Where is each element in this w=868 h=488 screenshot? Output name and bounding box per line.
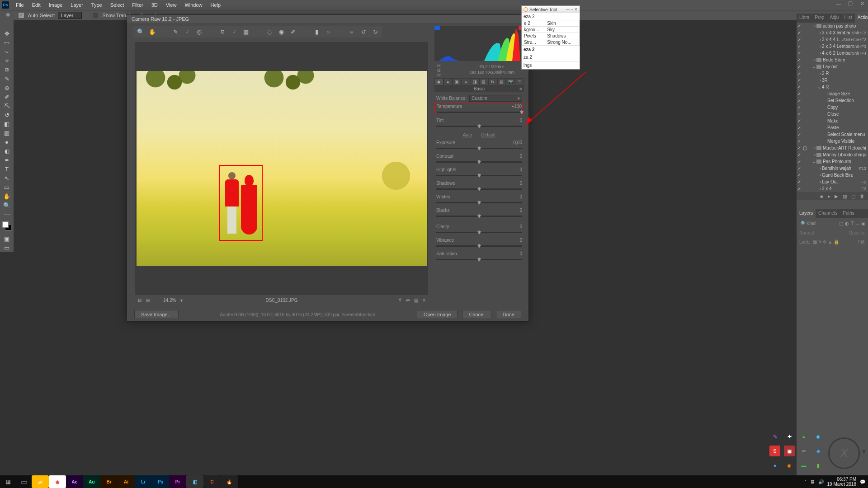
tab-snap[interactable]: ≣ [515, 78, 524, 85]
menu-window[interactable]: Window [180, 2, 206, 8]
actions-list[interactable]: ✓›action pas photo✓›3 x 4 3 lembarShft+F… [797, 23, 868, 192]
stamp-tool[interactable]: ⛏ [2, 101, 12, 110]
menu-select[interactable]: Select [106, 2, 128, 8]
gadget-3[interactable]: ▲ [798, 431, 809, 442]
action-item[interactable]: ✓⌄Lay out [797, 63, 868, 70]
workflow-link[interactable]: Adobe RGB (1998); 16 bit; 6016 by 4016 (… [220, 312, 375, 317]
acr-zoom-tool[interactable]: 🔍 [137, 28, 143, 35]
action-item[interactable]: ✓Make [797, 117, 868, 124]
acr-wb-tool[interactable]: ✎ [172, 28, 179, 35]
magic-wand-tool[interactable]: ✧ [2, 56, 12, 65]
type-tool[interactable]: T [2, 164, 12, 174]
edit-toolbar[interactable]: ⋯ [2, 210, 12, 219]
taskbar-app[interactable]: C [203, 475, 221, 488]
tab-channels[interactable]: Channels [816, 209, 840, 218]
acr-spot-removal[interactable]: ◌ [266, 28, 273, 35]
image-preview[interactable] [135, 42, 428, 295]
swap-icon[interactable]: ⇄ [406, 298, 410, 303]
filter-pixel-icon[interactable]: ▢ [839, 221, 843, 226]
action-item[interactable]: ✓⌄4 R [797, 84, 868, 90]
zoom-gadget[interactable]: X [828, 437, 860, 469]
acr-rotate-ccw[interactable]: ↺ [360, 28, 367, 35]
tray-notifications-icon[interactable]: 💬 [860, 479, 865, 484]
action-item[interactable]: ✓Select Scale menu it... [797, 131, 868, 138]
open-image-button[interactable]: Open Image [417, 310, 458, 319]
zoom-out-icon[interactable]: ⊟ [138, 298, 142, 303]
selective-close[interactable]: ✕ [574, 7, 578, 12]
filter-shape-icon[interactable]: ▭ [855, 221, 859, 226]
action-item[interactable]: ✓›Ganti Back Biru [797, 172, 868, 178]
default-button[interactable]: Default [481, 132, 495, 137]
tab-split[interactable]: ◨ [470, 78, 479, 85]
gadget-1[interactable]: ✎ [769, 431, 780, 442]
save-image-button[interactable]: Save Image... [134, 310, 179, 319]
histogram[interactable] [434, 26, 524, 61]
acr-rotate-cw[interactable]: ↻ [372, 28, 378, 35]
gadget-9[interactable]: ● [769, 460, 780, 471]
tab-presets[interactable]: 📷 [506, 78, 515, 85]
action-item[interactable]: ✓›4 x 6 2 LembarShft+F4 [797, 50, 868, 56]
menu-3d[interactable]: 3D [147, 2, 162, 8]
new-set-icon[interactable]: ▥ [843, 194, 847, 199]
gadget-7[interactable]: ✑ [798, 446, 809, 456]
action-item[interactable]: ✓Paste [797, 124, 868, 131]
filter-type-icon[interactable]: T [851, 221, 854, 226]
taskbar-app[interactable]: ◉ [49, 475, 66, 488]
tab-calib[interactable]: ▤ [497, 78, 506, 85]
tab-history[interactable]: Hist [841, 14, 854, 23]
before-after-icon[interactable]: Y [398, 298, 401, 303]
gadget-10[interactable]: ◉ [784, 460, 795, 471]
action-item[interactable]: ✓Copy [797, 104, 868, 111]
cancel-button[interactable]: Cancel [462, 310, 491, 319]
auto-button[interactable]: Auto [463, 132, 472, 137]
action-item[interactable]: ✓›3 x 4 4 L...Shft+Ctrl+F2 [797, 36, 868, 43]
gadget-6[interactable]: ▣ [784, 446, 795, 456]
gadget-11[interactable]: ▬ [798, 460, 809, 471]
record-icon[interactable]: ● [827, 194, 830, 199]
contrast-slider[interactable]: Contrast0 [434, 153, 524, 166]
eraser-tool[interactable]: ◧ [2, 119, 12, 128]
lock-icons[interactable]: ▦ ✎ ✥ ▲ 🔒 [813, 239, 839, 244]
blend-mode[interactable]: Normal [799, 230, 814, 235]
tray-display-icon[interactable]: 🖥 [810, 479, 815, 484]
acr-grad-filter[interactable]: ▮ [313, 28, 320, 35]
tray-volume-icon[interactable]: 🔊 [818, 479, 824, 484]
acr-redeye[interactable]: ◉ [278, 28, 284, 35]
gadget-12[interactable]: ▮ [813, 460, 824, 471]
auto-select-checkbox[interactable]: ✓ [19, 13, 24, 18]
tab-layers[interactable]: Layers [797, 209, 816, 218]
healing-tool[interactable]: ⊕ [2, 83, 12, 92]
menu-type[interactable]: Type [87, 2, 106, 8]
copy-settings-icon[interactable]: ▤ [414, 298, 418, 303]
tab-libraries[interactable]: Libra [797, 14, 812, 23]
marquee-tool[interactable]: ▭ [2, 38, 12, 47]
play-icon[interactable]: ▶ [835, 194, 838, 199]
show-transform-checkbox[interactable] [93, 13, 98, 18]
acr-color-sampler[interactable]: ⟋ [184, 28, 190, 35]
window-close[interactable]: ✕ [856, 0, 868, 8]
toggle-icon[interactable]: ≡ [423, 298, 425, 303]
action-item[interactable]: ✓›2 R [797, 70, 868, 77]
tab-paths[interactable]: Paths [840, 209, 857, 218]
tab-adjustments[interactable]: Adju [827, 14, 841, 23]
auto-select-dropdown[interactable]: Layer [58, 12, 82, 19]
taskbar-app[interactable]: Au [83, 475, 100, 488]
action-item[interactable]: ✓›Manny Librodo sharpen [797, 151, 868, 158]
blur-tool[interactable]: ● [2, 137, 12, 146]
eyedropper-tool[interactable]: ✎ [2, 74, 12, 83]
acr-transform[interactable]: ▦ [243, 28, 249, 35]
acr-crop-tool[interactable]: ⧈ [219, 28, 226, 35]
action-item[interactable]: ✓Set Selection [797, 97, 868, 104]
window-minimize[interactable]: — [833, 0, 844, 8]
path-select-tool[interactable]: ↖ [2, 174, 12, 183]
gadget-8[interactable]: ◆ [813, 446, 824, 456]
brush-tool[interactable]: ✐ [2, 92, 12, 101]
tab-basic[interactable]: ◆ [434, 78, 443, 85]
menu-layer[interactable]: Layer [66, 2, 87, 8]
acr-hand-tool[interactable]: ✋ [149, 28, 155, 35]
whites-slider[interactable]: Whites0 [434, 193, 524, 207]
trash-icon[interactable]: 🗑 [860, 194, 864, 199]
menu-edit[interactable]: Edit [28, 2, 45, 8]
taskbar-app[interactable]: Br [100, 475, 118, 488]
tab-actions[interactable]: Actions [855, 14, 868, 23]
